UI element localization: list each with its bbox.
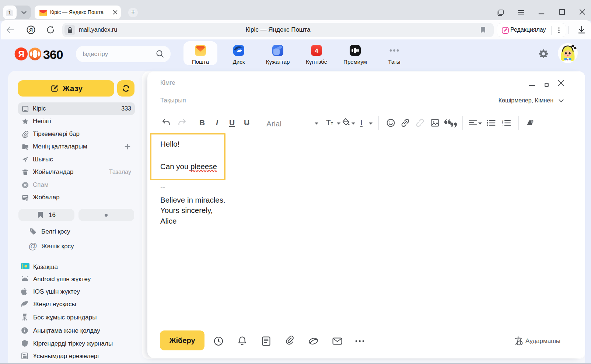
svg-text:1: 1	[502, 119, 503, 122]
svg-text:4: 4	[315, 48, 318, 55]
svg-text:3: 3	[502, 125, 503, 127]
svg-text:360: 360	[43, 48, 63, 61]
svg-text:Я: Я	[29, 27, 33, 33]
svg-text:Я: Я	[18, 49, 25, 59]
